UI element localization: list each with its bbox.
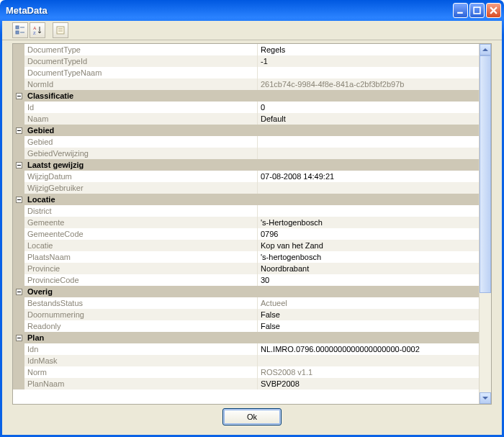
property-value[interactable]: False	[258, 309, 479, 320]
property-value[interactable]: 261cb74c-9984-4f8e-841a-c2bf3bf2b97b	[258, 78, 479, 90]
expand-toggle[interactable]	[13, 159, 24, 171]
property-value[interactable]: SVBP2008	[258, 378, 479, 389]
property-label: Idn	[24, 343, 258, 355]
property-value[interactable]: 's-Hertogenbosch	[258, 217, 479, 228]
chevron-up-icon	[482, 48, 488, 51]
sort-az-icon: A Z	[32, 25, 42, 35]
property-value[interactable]: -1	[258, 55, 479, 67]
category-label: Locatie	[24, 194, 479, 205]
vertical-scrollbar[interactable]	[479, 44, 491, 404]
property-row[interactable]: ProvincieCode30	[13, 274, 479, 286]
property-value[interactable]: 0	[258, 102, 479, 113]
row-gutter	[13, 148, 24, 159]
expand-toggle[interactable]	[13, 194, 24, 205]
category-label: Plan	[24, 332, 479, 343]
property-row[interactable]: NormId261cb74c-9984-4f8e-841a-c2bf3bf2b9…	[13, 78, 479, 90]
property-row[interactable]: IdnNL.IMRO.0796.0000000000000000000-0002	[13, 343, 479, 355]
svg-rect-8	[57, 27, 64, 34]
property-row[interactable]: BestandsStatusActueel	[13, 297, 479, 309]
titlebar[interactable]: MetaData	[0, 0, 504, 21]
expand-toggle[interactable]	[13, 90, 24, 102]
property-row[interactable]: WijzigDatum07-08-2008 14:49:21	[13, 171, 479, 182]
row-gutter	[13, 78, 24, 90]
expand-toggle[interactable]	[13, 286, 24, 297]
category-row[interactable]: Laatst gewijzig	[13, 159, 479, 171]
property-row[interactable]: PlanNaamSVBP2008	[13, 378, 479, 389]
row-gutter	[13, 366, 24, 378]
property-label: Norm	[24, 366, 258, 378]
row-gutter	[13, 205, 24, 217]
property-row[interactable]: ReadonlyFalse	[13, 320, 479, 332]
property-label: DocumentType	[24, 44, 258, 55]
property-label: PlaatsNaam	[24, 251, 258, 263]
property-row[interactable]: Id0	[13, 102, 479, 113]
property-row[interactable]: GemeenteCode0796	[13, 228, 479, 240]
property-value[interactable]: Regels	[258, 44, 479, 55]
property-row[interactable]: DocumentTypeRegels	[13, 44, 479, 55]
property-row[interactable]: NormROS2008 v1.1	[13, 366, 479, 378]
property-value[interactable]: Default	[258, 113, 479, 125]
property-row[interactable]: WijzigGebruiker	[13, 182, 479, 194]
property-label: DocumentTypeNaam	[24, 67, 258, 78]
close-button[interactable]	[486, 3, 501, 18]
category-row[interactable]: Locatie	[13, 194, 479, 205]
close-icon	[490, 6, 498, 14]
property-row[interactable]: DocumentTypeNaam	[13, 67, 479, 78]
window-frame: MetaData	[0, 0, 504, 437]
property-value[interactable]: ROS2008 v1.1	[258, 366, 479, 378]
row-gutter	[13, 67, 24, 78]
minus-icon	[16, 93, 22, 99]
category-row[interactable]: Plan	[13, 332, 479, 343]
property-label: WijzigGebruiker	[24, 182, 258, 194]
categorized-icon	[15, 25, 25, 35]
minimize-button[interactable]	[453, 3, 468, 18]
row-gutter	[13, 171, 24, 182]
property-row[interactable]: Gebied	[13, 136, 479, 148]
chevron-down-icon	[482, 397, 488, 400]
property-grid: DocumentTypeRegelsDocumentTypeId-1Docume…	[12, 43, 492, 405]
window-title: MetaData	[6, 5, 453, 16]
row-gutter	[13, 136, 24, 148]
property-row[interactable]: DoornummeringFalse	[13, 309, 479, 320]
property-row[interactable]: GebiedVerwijzing	[13, 148, 479, 159]
category-row[interactable]: Overig	[13, 286, 479, 297]
property-row[interactable]: LocatieKop van het Zand	[13, 240, 479, 251]
property-row[interactable]: ProvincieNoordbrabant	[13, 263, 479, 274]
row-gutter	[13, 182, 24, 194]
property-value[interactable]: NL.IMRO.0796.0000000000000000000-0002	[258, 343, 479, 355]
maximize-button[interactable]	[469, 3, 485, 18]
minimize-icon	[456, 6, 464, 14]
svg-text:A: A	[33, 26, 37, 30]
property-value[interactable]: 0796	[258, 228, 479, 240]
ok-button[interactable]: Ok	[222, 408, 282, 425]
property-label: Gemeente	[24, 217, 258, 228]
svg-rect-2	[16, 26, 19, 29]
property-row[interactable]: NaamDefault	[13, 113, 479, 125]
property-value[interactable]: Actueel	[258, 297, 479, 309]
property-value[interactable]: Kop van het Zand	[258, 240, 479, 251]
row-gutter	[13, 355, 24, 366]
scroll-down-button[interactable]	[480, 392, 491, 404]
category-row[interactable]: Gebied	[13, 125, 479, 136]
property-value[interactable]: 's-hertogenbosch	[258, 251, 479, 263]
categorized-button[interactable]	[12, 22, 28, 38]
property-row[interactable]: Gemeente's-Hertogenbosch	[13, 217, 479, 228]
scroll-thumb[interactable]	[480, 55, 491, 293]
expand-toggle[interactable]	[13, 332, 24, 343]
property-row[interactable]: IdnMask	[13, 355, 479, 366]
property-row[interactable]: District	[13, 205, 479, 217]
property-value[interactable]: Noordbrabant	[258, 263, 479, 274]
property-row[interactable]: PlaatsNaam's-hertogenbosch	[13, 251, 479, 263]
property-label: Readonly	[24, 320, 258, 332]
scroll-up-button[interactable]	[480, 44, 491, 55]
property-pages-button[interactable]	[53, 22, 68, 38]
alphabetical-button[interactable]: A Z	[30, 22, 45, 38]
property-value[interactable]: 30	[258, 274, 479, 286]
svg-rect-3	[16, 31, 19, 34]
property-value[interactable]: False	[258, 320, 479, 332]
property-value[interactable]: 07-08-2008 14:49:21	[258, 171, 479, 182]
expand-toggle[interactable]	[13, 125, 24, 136]
category-row[interactable]: Classificatie	[13, 90, 479, 102]
property-row[interactable]: DocumentTypeId-1	[13, 55, 479, 67]
property-label: NormId	[24, 78, 258, 90]
